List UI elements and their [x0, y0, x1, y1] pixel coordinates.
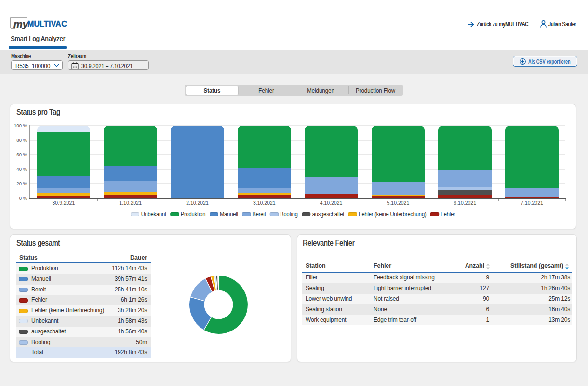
- svg-text:my: my: [13, 18, 29, 29]
- svg-text:MULTIVAC: MULTIVAC: [27, 20, 67, 28]
